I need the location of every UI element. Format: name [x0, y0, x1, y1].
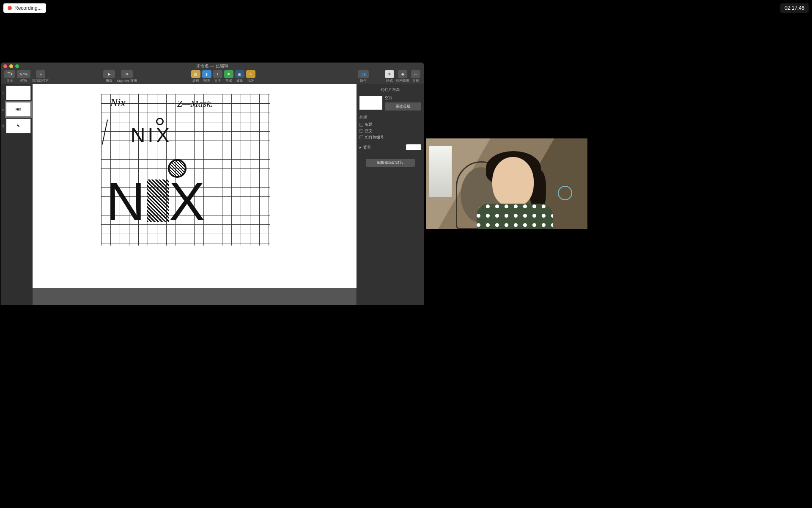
view-button[interactable]: ☰▾	[4, 70, 15, 78]
slide[interactable]: Nix Z—Mask. NIX NX	[33, 84, 357, 288]
format-tab[interactable]: ✶	[385, 70, 394, 78]
toolbar: ☰▾ 显示 67% 缩放 ＋ 添加幻灯片 ▶ 播放 ⧉ Keynote 直播 ▦…	[1, 69, 424, 84]
timer-value: 02:17:46	[785, 5, 804, 11]
add-slide-button[interactable]: ＋	[36, 70, 45, 78]
titlebar[interactable]: 未命名 — 已编辑	[1, 63, 424, 69]
keynote-live-label: Keynote 直播	[117, 78, 137, 83]
text-button[interactable]: T	[213, 70, 222, 78]
sketch-image[interactable]: Nix Z—Mask. NIX NX	[101, 94, 270, 246]
background-accordion[interactable]: ▸背景	[359, 144, 421, 150]
close-icon[interactable]	[3, 64, 7, 68]
format-inspector: 幻灯片布局 空白 更改母版 外观 标题 正文 幻灯片编号 ▸背景 编辑母版幻灯片	[357, 84, 424, 305]
background-swatch[interactable]	[406, 144, 421, 150]
sketch-note-right: Z—Mask.	[177, 98, 213, 109]
slide-navigator[interactable]: 1 2 NIX 3 ✎	[1, 84, 33, 305]
title-checkbox-row[interactable]: 标题	[359, 122, 421, 127]
view-label: 显示	[6, 78, 13, 83]
play-button[interactable]: ▶	[103, 70, 115, 78]
slide-thumb-3[interactable]: 3 ✎	[3, 119, 31, 133]
slide-number-checkbox-row[interactable]: 幻灯片编号	[359, 135, 421, 140]
room-fan	[558, 186, 572, 200]
sketch-note-left: Nix	[110, 97, 126, 109]
body-checkbox-row[interactable]: 正文	[359, 128, 421, 134]
layout-name: 空白	[385, 95, 421, 101]
comment-button[interactable]: ✎	[246, 70, 255, 78]
media-button[interactable]: ▣	[235, 70, 244, 78]
minimize-icon[interactable]	[9, 64, 13, 68]
recording-timer: 02:17:46	[780, 3, 809, 13]
nix-medium-text: NIX	[131, 124, 172, 147]
webcam-feed	[426, 138, 587, 229]
add-slide-label: 添加幻灯片	[32, 78, 49, 83]
slide-canvas-area[interactable]: Nix Z—Mask. NIX NX	[33, 84, 357, 305]
window-controls	[3, 64, 19, 68]
collaborate-button[interactable]: 👥	[358, 70, 369, 78]
play-label: 播放	[106, 78, 112, 83]
change-master-button[interactable]: 更改母版	[385, 102, 421, 110]
animate-tab[interactable]: ◆	[398, 70, 407, 78]
zoom-button[interactable]: 67%	[17, 70, 30, 78]
checkbox-icon[interactable]	[359, 135, 363, 139]
keynote-window: 未命名 — 已编辑 ☰▾ 显示 67% 缩放 ＋ 添加幻灯片 ▶ 播放 ⧉ Ke…	[1, 63, 424, 305]
shape-button[interactable]: ■	[224, 70, 233, 78]
chart-button[interactable]: ▮	[202, 70, 211, 78]
keynote-live-button[interactable]: ⧉	[121, 70, 133, 78]
inspector-header: 幻灯片布局	[359, 87, 421, 93]
table-button[interactable]: ▦	[191, 70, 200, 78]
appearance-section: 外观	[359, 115, 421, 120]
presenter	[469, 149, 558, 229]
chevron-right-icon: ▸	[359, 145, 362, 149]
checkbox-icon[interactable]	[359, 123, 363, 127]
recording-dot-icon	[8, 6, 12, 10]
maximize-icon[interactable]	[15, 64, 19, 68]
document-tab[interactable]: ▭	[411, 70, 420, 78]
pencil-mark-icon	[102, 119, 107, 144]
recording-indicator: Recording...	[3, 3, 46, 13]
slide-thumb-2[interactable]: 2 NIX	[3, 102, 31, 117]
recording-label: Recording...	[14, 5, 42, 11]
layout-preview[interactable]	[359, 96, 382, 110]
slide-thumb-1[interactable]: 1	[3, 86, 31, 100]
edit-master-slide-button[interactable]: 编辑母版幻灯片	[366, 159, 415, 167]
nix-large-text: NX	[106, 174, 207, 229]
window-title: 未命名 — 已编辑	[196, 63, 228, 69]
room-window	[429, 146, 452, 197]
zoom-label: 缩放	[20, 78, 27, 83]
checkbox-icon[interactable]	[359, 129, 363, 133]
